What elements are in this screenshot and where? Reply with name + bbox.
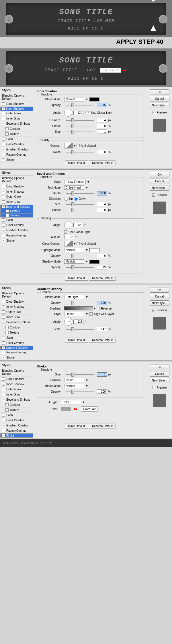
soften-slider[interactable]: [66, 210, 94, 210]
style-contour[interactable]: Contour: [0, 209, 33, 213]
choke-slider[interactable]: [66, 126, 94, 126]
shadow-opacity-input[interactable]: 19: [97, 265, 107, 269]
new-style-button[interactable]: New Style...: [150, 185, 169, 191]
style-gradient-overlay[interactable]: ✓Gradient Overlay: [0, 147, 33, 152]
style-gradient-overlay[interactable]: ✓Gradient Overlay: [0, 423, 33, 428]
noise-slider[interactable]: [66, 152, 94, 152]
style-drop-shadow[interactable]: Drop Shadow: [0, 101, 33, 107]
style-contour[interactable]: Contour: [0, 402, 33, 408]
make-default-button[interactable]: Make Default: [65, 160, 88, 165]
size-input[interactable]: 4: [97, 202, 107, 206]
style-satin[interactable]: Satin: [0, 137, 33, 142]
make-default-button[interactable]: Make Default: [65, 276, 88, 281]
blending-options[interactable]: Blending Options: Default: [0, 368, 33, 377]
depth-input[interactable]: 1000: [97, 191, 107, 195]
style-pattern-overlay[interactable]: Pattern Overlay: [0, 428, 33, 433]
style-texture[interactable]: Texture: [0, 408, 33, 413]
scale-slider[interactable]: [66, 329, 94, 330]
scale-input[interactable]: 147: [97, 327, 107, 331]
style-satin[interactable]: Satin: [0, 335, 33, 340]
style-inner-glow[interactable]: Inner Glow: [0, 199, 33, 205]
reset-default-button[interactable]: Reset to Default: [89, 338, 116, 342]
style-bevel[interactable]: ✓Bevel and Emboss: [0, 320, 33, 325]
style-bevel[interactable]: ✓Bevel and Emboss: [0, 205, 33, 209]
gradient-style-select[interactable]: Linear: [64, 312, 84, 316]
style-texture[interactable]: Texture: [0, 213, 33, 218]
knob-right-2[interactable]: [159, 64, 167, 73]
style-inner-glow[interactable]: Inner Glow: [0, 392, 33, 397]
choke-input[interactable]: 0: [97, 124, 107, 128]
angle-dial[interactable]: [64, 318, 72, 326]
shadow-color-swatch[interactable]: [89, 260, 99, 264]
style-inner-shadow[interactable]: ✓Inner Shadow: [0, 382, 33, 387]
preview-checkbox[interactable]: ✓: [152, 386, 155, 389]
preview-checkbox[interactable]: ✓: [152, 111, 155, 114]
size-slider[interactable]: [66, 374, 94, 375]
style-inner-glow[interactable]: Inner Glow: [0, 116, 33, 121]
shadow-opacity-slider[interactable]: [66, 267, 94, 268]
soften-input[interactable]: 0: [97, 208, 107, 212]
style-stroke[interactable]: ✓Stroke: [0, 157, 33, 163]
color-input-1[interactable]: # b6b6b6: [100, 68, 121, 73]
style-color-overlay[interactable]: Color Overlay: [0, 418, 33, 423]
style-satin[interactable]: Satin: [0, 218, 33, 223]
style-color-overlay[interactable]: Color Overlay: [0, 142, 33, 147]
style-outer-glow[interactable]: Outer Glow: [0, 310, 33, 315]
reverse-checkbox[interactable]: [97, 307, 100, 310]
depth-slider[interactable]: [66, 193, 94, 194]
style-stroke[interactable]: ✓Stroke: [0, 355, 33, 360]
align-checkbox[interactable]: ✓: [89, 312, 93, 316]
opacity-input[interactable]: 100: [97, 301, 107, 305]
blend-mode-select[interactable]: Normal: [64, 97, 84, 101]
angle-input[interactable]: 120: [73, 223, 83, 227]
style-outer-glow[interactable]: Outer Glow: [0, 194, 33, 199]
blending-options[interactable]: Blending Options: Default: [0, 93, 33, 101]
style-inner-shadow[interactable]: ✓Inner Shadow: [0, 189, 33, 194]
style-inner-glow[interactable]: Inner Glow: [0, 315, 33, 320]
style-texture[interactable]: Texture: [0, 132, 33, 137]
cancel-button[interactable]: Cancel: [150, 179, 169, 184]
direction-up-radio[interactable]: [64, 197, 68, 201]
highlight-mode-select[interactable]: Normal: [64, 248, 84, 252]
noise-input[interactable]: 0: [97, 150, 107, 154]
size-slider[interactable]: [66, 132, 94, 132]
contour-picker[interactable]: [64, 143, 73, 148]
ok-button[interactable]: OK: [150, 287, 169, 293]
opacity-slider[interactable]: [66, 392, 94, 392]
new-style-button[interactable]: New Style...: [150, 103, 169, 108]
distance-input[interactable]: 4: [97, 118, 107, 122]
blend-mode-select[interactable]: Soft Light: [64, 295, 84, 299]
gloss-contour-picker[interactable]: [64, 241, 73, 246]
style-inner-shadow[interactable]: ✓Inner Shadow: [0, 304, 33, 310]
make-default-button[interactable]: Make Default: [65, 424, 88, 428]
shadow-color-swatch[interactable]: [89, 97, 99, 101]
style-inner-shadow[interactable]: ✓Inner Shadow: [0, 107, 33, 111]
style-contour[interactable]: Contour: [0, 126, 33, 132]
fill-type-select[interactable]: Color: [61, 400, 81, 404]
angle-input[interactable]: 113: [73, 320, 83, 324]
cancel-button[interactable]: Cancel: [150, 294, 169, 299]
global-light-checkbox[interactable]: ✓: [64, 230, 67, 234]
technique-select[interactable]: Chisel Hard: [64, 185, 84, 190]
position-select[interactable]: Inside: [64, 378, 84, 382]
ok-button[interactable]: OK: [150, 89, 169, 95]
knob-right[interactable]: [159, 15, 167, 24]
style-bevel[interactable]: ✓Bevel and Emboss: [0, 397, 33, 402]
stroke-color-swatch[interactable]: [61, 407, 71, 411]
gradient-picker[interactable]: [64, 306, 93, 310]
reset-default-button[interactable]: Reset to Default: [89, 276, 116, 281]
style-gradient-overlay[interactable]: ✓Gradient Overlay: [0, 346, 33, 350]
blend-mode-select[interactable]: Normal: [64, 384, 84, 388]
style-drop-shadow[interactable]: Drop Shadow: [0, 377, 33, 382]
info-knob-left-2[interactable]: i: [5, 64, 13, 73]
blending-options[interactable]: Blending Options: Default: [0, 291, 33, 299]
style-texture[interactable]: Texture: [0, 330, 33, 335]
ok-button[interactable]: OK: [150, 172, 169, 177]
style-pattern-overlay[interactable]: Pattern Overlay: [0, 350, 33, 355]
style-bevel[interactable]: ✓Bevel and Emboss: [0, 121, 33, 126]
highlight-opacity-slider[interactable]: [66, 256, 94, 256]
style-drop-shadow[interactable]: Drop Shadow: [0, 299, 33, 304]
cancel-button[interactable]: Cancel: [150, 96, 169, 101]
make-default-button[interactable]: Make Default: [65, 338, 88, 342]
style-pattern-overlay[interactable]: Pattern Overlay: [0, 152, 33, 157]
